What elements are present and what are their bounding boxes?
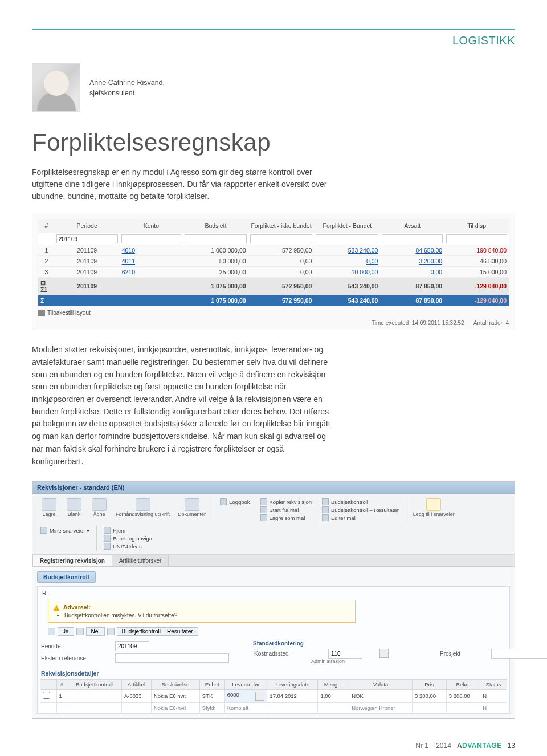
panel-budsjettkontroll[interactable]: Budsjettkontroll: [37, 571, 96, 583]
preview-icon: [136, 498, 150, 511]
detail-col[interactable]: Leveringsdato: [267, 679, 318, 689]
table-row[interactable]: 120110940101 000 000,00572 950,00533 240…: [38, 245, 509, 256]
col-num[interactable]: #: [38, 219, 55, 233]
toolbar-link[interactable]: Budsjettkontroll – Resultater: [322, 506, 399, 513]
toolbar-link[interactable]: Boner og naviga: [104, 535, 152, 542]
toolbar: LagreBlankÅpneForhåndsvisning utskriftDo…: [32, 494, 515, 555]
tabs: Registrering rekvisisjon Artikkeltutfors…: [32, 555, 515, 567]
my-shortcuts-dropdown[interactable]: Mine snarveier ▾: [40, 527, 89, 534]
detail-col[interactable]: Status: [480, 679, 507, 689]
table-header-row: # Periode Konto Budsjett Forpliktet - ik…: [38, 219, 509, 233]
table-row[interactable]: 2201109401150 000,000,000,003 200,0046 8…: [38, 256, 509, 267]
col-forpliktet-bundet[interactable]: Forpliktet - Bundet: [314, 219, 380, 233]
lookup-icon[interactable]: [255, 692, 264, 701]
detail-col[interactable]: Budsjettkontroll: [67, 679, 122, 689]
toolbar-link[interactable]: Lagre som mal: [260, 514, 312, 521]
check-yes-icon: [48, 628, 55, 635]
tab-registrering[interactable]: Registrering rekvisisjon: [32, 555, 112, 566]
prosjekt-input[interactable]: [491, 649, 547, 659]
toolbar-link[interactable]: Start fra mal: [260, 506, 312, 513]
detail-table: #BudsjettkontrollArtikkelBeskrivelseEnhe…: [40, 679, 507, 713]
table-row[interactable]: 3201109621025 000,000,0010 000,000,0015 …: [38, 267, 509, 278]
star-icon: [40, 527, 47, 534]
toolbar-link[interactable]: Editer mal: [322, 514, 399, 521]
toolbar-save-button[interactable]: Lagre: [37, 497, 61, 519]
toolbar-docs-button[interactable]: Dokumenter: [174, 497, 209, 519]
no-button[interactable]: Nei: [86, 627, 105, 636]
toolbar-open-button[interactable]: Åpne: [87, 497, 111, 519]
detail-col[interactable]: Leverandør: [224, 679, 267, 689]
toolbar-add-shortcut[interactable]: Legg til i snarveier: [410, 497, 458, 519]
detail-col[interactable]: Beskrivelse: [151, 679, 199, 689]
col-til-disp[interactable]: Til disp: [444, 219, 509, 233]
toolbar-link[interactable]: Loggbok: [220, 498, 250, 505]
standardkontering-header: Standardkontering: [253, 640, 547, 648]
filter-ikke[interactable]: [250, 234, 313, 243]
toolbar-link[interactable]: Kopier rekvisisjon: [260, 498, 312, 505]
subtotal-row: ⊟ Σ12011091 075 000,00572 950,00543 240,…: [38, 278, 509, 295]
top-rule: [32, 29, 515, 30]
prosjekt-label: Prosjekt: [440, 651, 474, 657]
detail-col[interactable]: #: [56, 679, 67, 689]
detail-row[interactable]: 1 A-6033 Nokia E6 hvit STK 6000 17.04.20…: [40, 689, 507, 702]
lookup-icon[interactable]: [379, 649, 389, 658]
periode-input[interactable]: [115, 641, 149, 651]
detail-col[interactable]: Beløp: [446, 679, 480, 689]
filter-avsatt[interactable]: [382, 234, 443, 243]
total-row: Σ1 075 000,00572 950,00543 240,0087 850,…: [38, 295, 509, 306]
docs-icon: [185, 498, 199, 511]
detail-header-row: #BudsjettkontrollArtikkelBeskrivelseEnhe…: [40, 679, 507, 689]
kostnadssted-input[interactable]: [328, 649, 362, 659]
col-avsatt[interactable]: Avsatt: [380, 219, 444, 233]
tool-icon: [104, 535, 111, 542]
screenshot-report-table: # Periode Konto Budsjett Forpliktet - ik…: [32, 214, 515, 330]
filter-disp[interactable]: [446, 234, 507, 243]
kostnadssted-label: Kostnadssted: [254, 651, 311, 657]
tool-icon: [220, 498, 227, 505]
table-meta: Time executed 14.09.2011 15:32:52 Antall…: [38, 316, 509, 326]
toolbar-preview-button[interactable]: Forhåndsvisning utskrift: [112, 497, 173, 519]
article-title: Forpliktelsesregnskap: [32, 129, 515, 156]
col-periode[interactable]: Periode: [55, 219, 120, 233]
reset-layout-label: Tilbakestill layout: [47, 310, 91, 316]
row-checkbox[interactable]: [43, 692, 50, 699]
yes-button[interactable]: Ja: [58, 627, 74, 636]
col-budsjett[interactable]: Budsjett: [183, 219, 248, 233]
ekstern-ref-input[interactable]: [115, 653, 229, 663]
toolbar-link[interactable]: Budsjettkontroll: [322, 498, 399, 505]
col-forpliktet-ikke[interactable]: Forpliktet - ikke bundet: [248, 219, 315, 233]
brand-label: ADVANTAGE: [457, 742, 502, 750]
results-button[interactable]: Budsjettkontroll – Resultater: [117, 627, 198, 636]
ekstern-ref-label: Ekstern referanse: [41, 655, 98, 661]
filter-periode[interactable]: [56, 234, 118, 243]
screenshot-app-window: Rekvisisjoner - standard (EN) LagreBlank…: [32, 481, 515, 719]
tab-artikkelutforsker[interactable]: Artikkeltutforsker: [112, 555, 169, 566]
toolbar-blank-button[interactable]: Blank: [62, 497, 86, 519]
author-title: sjefskonsulent: [89, 88, 165, 99]
detail-col[interactable]: [40, 679, 57, 689]
article-lead: Forpliktelsesregnskap er en ny modul i A…: [32, 166, 334, 202]
filter-konto[interactable]: [121, 234, 181, 243]
detail-col[interactable]: Meng…: [318, 679, 349, 689]
detail-col[interactable]: Enhet: [199, 679, 224, 689]
reset-layout[interactable]: Tilbakestill layout: [38, 306, 509, 316]
alert-box: Advarsel: Budsjettkontrollen mislyktes. …: [48, 600, 356, 623]
detail-col[interactable]: Valuta: [349, 679, 413, 689]
section-label: LOGISTIKK: [32, 34, 515, 47]
panel-r-label: R: [40, 589, 507, 598]
tool-icon: [260, 498, 267, 505]
detail-col[interactable]: Pris: [413, 679, 447, 689]
tool-icon: [322, 506, 329, 513]
toolbar-link[interactable]: Hjem: [104, 527, 152, 534]
window-title: Rekvisisjoner - standard (EN): [32, 482, 515, 494]
tool-icon: [322, 514, 329, 521]
star-icon: [426, 498, 441, 511]
tool-icon: [104, 527, 111, 534]
filter-bundet[interactable]: [316, 234, 378, 243]
tool-icon: [322, 498, 329, 505]
detail-col[interactable]: Artikkel: [121, 679, 151, 689]
toolbar-link[interactable]: UNIT4Ideas: [104, 543, 152, 550]
col-konto[interactable]: Konto: [120, 219, 183, 233]
detail-sub-row: Nokia E6-hvit Stykk Komplett Norwegian K…: [40, 702, 507, 713]
filter-budsjett[interactable]: [185, 234, 246, 243]
